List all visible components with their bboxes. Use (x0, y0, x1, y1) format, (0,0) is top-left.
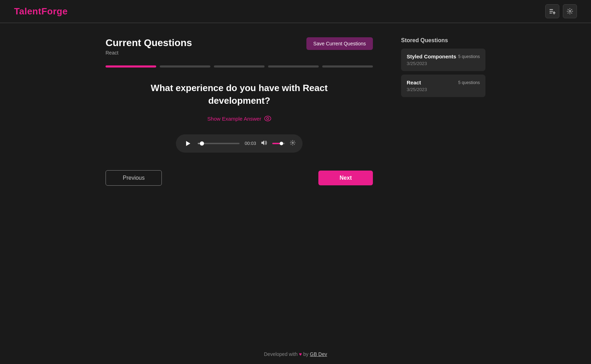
audio-progress-thumb (200, 141, 204, 146)
stored-questions-title: Stored Questions (401, 37, 485, 44)
footer-text-before: Developed with (264, 351, 298, 357)
audio-time: 00:03 (244, 141, 256, 146)
svg-point-9 (292, 142, 293, 143)
stored-card-0-header: Styled Components 5 questions (407, 53, 480, 59)
next-button[interactable]: Next (318, 171, 373, 185)
nav-buttons: Previous Next (106, 170, 373, 186)
audio-settings-icon[interactable] (290, 140, 296, 147)
footer: Developed with ♥ by GB Dev (0, 351, 591, 357)
footer-text-after: by (303, 351, 309, 357)
progress-segment-4 (268, 65, 319, 68)
play-button[interactable] (183, 139, 193, 148)
volume-thumb (280, 142, 283, 145)
svg-point-7 (267, 117, 269, 120)
play-triangle-icon (186, 141, 190, 146)
section-title-group: Current Questions React (106, 37, 192, 56)
volume-slider[interactable] (272, 143, 285, 144)
navbar: TalentForge (0, 0, 591, 23)
progress-bar-row (106, 65, 373, 68)
volume-fill (272, 143, 280, 144)
svg-rect-1 (549, 11, 553, 12)
settings-button[interactable] (563, 4, 577, 18)
stored-card-1-date: 3/25/2023 (407, 87, 480, 92)
nav-icon-group (545, 4, 577, 18)
progress-segment-3 (214, 65, 265, 68)
stored-card-0[interactable]: Styled Components 5 questions 3/25/2023 (401, 49, 485, 71)
add-list-icon (549, 8, 555, 14)
audio-player: 00:03 (176, 134, 303, 153)
sidebar: Stored Questions Styled Components 5 que… (401, 37, 485, 186)
svg-rect-2 (549, 13, 552, 13)
svg-point-5 (569, 11, 571, 12)
footer-heart-icon: ♥ (299, 351, 303, 357)
audio-progress-container[interactable] (198, 143, 240, 144)
stored-card-0-date: 3/25/2023 (407, 61, 480, 66)
audio-progress-track (198, 143, 240, 144)
save-button[interactable]: Save Current Questions (306, 37, 373, 50)
footer-link[interactable]: GB Dev (310, 351, 327, 357)
section-subtitle: React (106, 50, 192, 56)
progress-segment-1 (106, 65, 156, 68)
stored-card-0-title: Styled Components (407, 53, 456, 59)
svg-rect-0 (549, 9, 553, 10)
show-example-link[interactable]: Show Example Answer (106, 116, 373, 122)
content-area: Current Questions React Save Current Que… (106, 37, 373, 186)
app-logo: TalentForge (14, 6, 68, 17)
question-text: What experience do you have with React d… (106, 82, 373, 107)
previous-button[interactable]: Previous (106, 170, 162, 186)
stored-card-1-title: React (407, 79, 421, 85)
section-title: Current Questions (106, 37, 192, 49)
progress-segment-5 (322, 65, 373, 68)
eye-icon (264, 116, 271, 121)
stored-card-1-header: React 5 questions (407, 79, 480, 85)
stored-card-0-count: 5 questions (458, 54, 480, 59)
volume-track (272, 143, 285, 144)
progress-segment-2 (160, 65, 210, 68)
svg-point-6 (265, 116, 271, 121)
add-list-button[interactable] (545, 4, 559, 18)
svg-marker-8 (261, 140, 264, 145)
volume-icon[interactable] (261, 140, 267, 147)
stored-card-1-count: 5 questions (458, 80, 480, 85)
settings-icon (567, 8, 573, 14)
main-layout: Current Questions React Save Current Que… (0, 23, 591, 200)
show-example-label: Show Example Answer (207, 116, 261, 122)
section-header: Current Questions React Save Current Que… (106, 37, 373, 56)
stored-card-1[interactable]: React 5 questions 3/25/2023 (401, 75, 485, 97)
